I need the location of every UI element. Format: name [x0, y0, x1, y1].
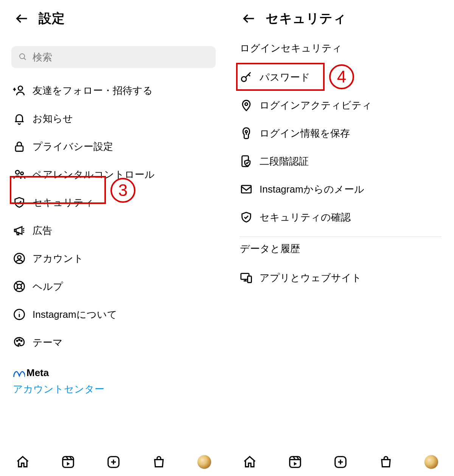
security-item-label: ログインアクティビティ — [260, 99, 372, 112]
lock-icon — [13, 140, 26, 153]
security-item-label: Instagramからのメール — [260, 183, 364, 196]
lifebuoy-icon — [13, 280, 26, 293]
phone-shield-icon — [240, 155, 253, 168]
svg-point-0 — [20, 54, 25, 59]
keyhole-icon — [240, 127, 253, 140]
security-item-checkup[interactable]: セキュリティの確認 — [227, 203, 454, 231]
new-post-icon[interactable] — [333, 455, 348, 469]
profile-avatar[interactable] — [197, 455, 211, 469]
svg-point-1 — [18, 86, 22, 90]
home-icon[interactable] — [243, 455, 257, 469]
svg-point-11 — [17, 340, 18, 341]
svg-point-12 — [19, 339, 20, 341]
meta-logo-icon — [13, 369, 25, 377]
settings-panel: 設定 友達をフォロー・招待する お知らせ — [0, 0, 227, 476]
annotation-highlight-4 — [236, 63, 325, 91]
settings-title: 設定 — [39, 10, 65, 27]
user-circle-icon — [13, 252, 26, 265]
megaphone-icon — [13, 224, 26, 237]
meta-brand-row: Meta — [0, 367, 227, 379]
settings-item-notifications[interactable]: お知らせ — [0, 104, 227, 132]
settings-item-label: Instagramについて — [33, 308, 117, 321]
security-item-label: 二段階認証 — [260, 155, 309, 168]
security-item-label: ログイン情報を保存 — [260, 127, 350, 140]
section-divider — [240, 236, 441, 237]
mail-icon — [240, 183, 253, 196]
settings-item-account[interactable]: アカウント — [0, 244, 227, 272]
svg-point-6 — [17, 256, 21, 259]
bell-icon — [13, 112, 26, 125]
settings-item-theme[interactable]: テーマ — [0, 328, 227, 356]
svg-point-15 — [245, 103, 247, 106]
devices-icon — [240, 271, 253, 284]
settings-item-privacy[interactable]: プライバシー設定 — [0, 132, 227, 160]
info-circle-icon — [13, 308, 26, 321]
shield-check-icon — [240, 211, 253, 224]
meta-brand-text: Meta — [26, 367, 49, 379]
svg-point-16 — [245, 131, 247, 133]
reels-icon[interactable] — [61, 455, 75, 469]
search-input[interactable] — [33, 51, 209, 63]
settings-item-about[interactable]: Instagramについて — [0, 300, 227, 328]
security-item-2fa[interactable]: 二段階認証 — [227, 147, 454, 175]
settings-item-label: 友達をフォロー・招待する — [33, 84, 153, 97]
data-history-list: アプリとウェブサイト — [227, 261, 454, 292]
search-icon — [18, 52, 27, 62]
annotation-number-3: 3 — [110, 178, 135, 203]
security-item-emails[interactable]: Instagramからのメール — [227, 175, 454, 203]
back-arrow-icon[interactable] — [241, 11, 257, 26]
bottom-nav-bars — [0, 448, 454, 476]
settings-item-label: ヘルプ — [33, 280, 63, 293]
shop-icon[interactable] — [152, 455, 166, 469]
tabbar-right — [227, 448, 454, 476]
settings-list: 友達をフォロー・招待する お知らせ プライバシー設定 ペアレンタルコントロール — [0, 73, 227, 356]
profile-avatar[interactable] — [424, 455, 438, 469]
home-icon[interactable] — [16, 455, 30, 469]
security-panel: セキュリティ ログインセキュリティ パスワード ログインアクティビティ ログ — [227, 0, 454, 476]
settings-item-label: テーマ — [33, 336, 63, 349]
settings-item-label: 広告 — [33, 224, 52, 237]
svg-point-13 — [21, 340, 22, 341]
shop-icon[interactable] — [379, 455, 393, 469]
accounts-center-link[interactable]: アカウントセンター — [0, 379, 227, 396]
security-header: セキュリティ — [227, 0, 454, 31]
search-field[interactable] — [11, 46, 216, 68]
section-login-security: ログインセキュリティ — [227, 42, 454, 55]
settings-item-help[interactable]: ヘルプ — [0, 272, 227, 300]
svg-point-10 — [19, 312, 20, 313]
settings-header: 設定 — [0, 0, 227, 31]
settings-item-ads[interactable]: 広告 — [0, 216, 227, 244]
svg-rect-21 — [63, 457, 74, 468]
new-post-icon[interactable] — [106, 455, 121, 469]
back-arrow-icon[interactable] — [14, 11, 30, 26]
svg-point-3 — [16, 170, 19, 174]
settings-item-follow-invite[interactable]: 友達をフォロー・招待する — [0, 76, 227, 104]
security-item-label: アプリとウェブサイト — [260, 271, 362, 285]
svg-point-8 — [17, 284, 21, 288]
security-item-save-login[interactable]: ログイン情報を保存 — [227, 119, 454, 147]
settings-item-label: アカウント — [33, 252, 84, 265]
annotation-number-4: 4 — [329, 64, 354, 89]
svg-rect-18 — [241, 185, 251, 193]
svg-rect-23 — [290, 457, 301, 468]
settings-item-label: プライバシー設定 — [33, 140, 113, 153]
location-pin-icon — [240, 99, 253, 112]
svg-point-4 — [21, 172, 23, 175]
settings-item-label: お知らせ — [33, 112, 73, 125]
svg-rect-20 — [248, 276, 252, 283]
security-item-login-activity[interactable]: ログインアクティビティ — [227, 91, 454, 119]
reels-icon[interactable] — [288, 455, 302, 469]
security-item-apps-websites[interactable]: アプリとウェブサイト — [227, 264, 454, 292]
annotation-highlight-3 — [10, 176, 106, 204]
palette-icon — [13, 336, 26, 349]
section-data-history: データと履歴 — [227, 242, 454, 255]
security-title: セキュリティ — [266, 10, 346, 27]
security-item-label: セキュリティの確認 — [260, 211, 351, 224]
tabbar-left — [0, 448, 227, 476]
svg-rect-2 — [16, 146, 23, 151]
add-person-icon — [13, 84, 26, 97]
